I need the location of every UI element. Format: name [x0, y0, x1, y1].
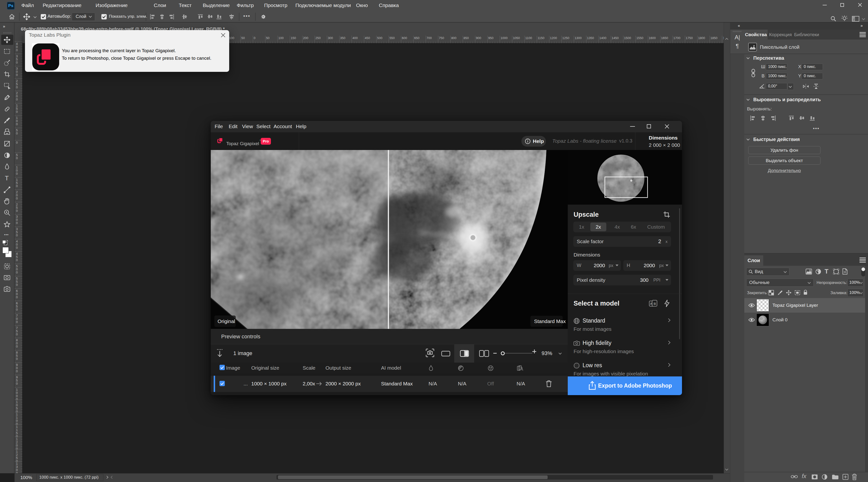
svg-text:1100: 1100: [525, 36, 532, 40]
svg-text:A: A: [650, 302, 652, 306]
svg-text:0: 0: [16, 122, 18, 126]
svg-text:1350: 1350: [587, 36, 594, 40]
svg-text:900: 900: [476, 36, 481, 40]
svg-text:0: 0: [16, 110, 18, 114]
svg-text:0: 0: [16, 85, 18, 89]
svg-text:0: 0: [16, 184, 18, 188]
svg-text:1300: 1300: [575, 36, 582, 40]
svg-text:0: 0: [16, 320, 18, 324]
svg-text:950: 950: [488, 36, 494, 40]
svg-text:1800: 1800: [698, 36, 705, 40]
svg-text:0: 0: [16, 61, 18, 64]
svg-text:550: 550: [390, 36, 395, 40]
svg-text:0: 0: [16, 471, 18, 473]
svg-text:1000: 1000: [501, 36, 507, 40]
svg-text:1050: 1050: [513, 36, 520, 40]
svg-text:750: 750: [439, 36, 444, 40]
svg-text:0: 0: [16, 97, 18, 101]
svg-text:1550: 1550: [637, 36, 644, 40]
svg-text:250: 250: [315, 36, 321, 40]
svg-text:1850: 1850: [710, 36, 717, 40]
svg-text:850: 850: [463, 36, 469, 40]
svg-text:1700: 1700: [674, 36, 681, 40]
svg-text:0: 0: [16, 233, 18, 237]
svg-text:0: 0: [16, 382, 18, 386]
svg-text:0: 0: [16, 357, 18, 361]
svg-text:0: 0: [254, 36, 255, 40]
svg-text:0: 0: [16, 221, 18, 225]
svg-text:Standard Max: Standard Max: [534, 318, 566, 324]
svg-text:0: 0: [16, 295, 18, 299]
svg-text:1150: 1150: [538, 36, 545, 40]
svg-text:0: 0: [16, 156, 18, 160]
svg-text:1450: 1450: [612, 36, 619, 40]
svg-text:0: 0: [16, 345, 18, 348]
svg-text:0: 0: [16, 209, 18, 212]
svg-text:0: 0: [16, 141, 18, 144]
svg-text:0: 0: [16, 308, 18, 311]
svg-text:650: 650: [414, 36, 420, 40]
svg-text:T: T: [5, 175, 9, 181]
svg-text:1750: 1750: [686, 36, 693, 40]
svg-text:350: 350: [340, 36, 345, 40]
svg-text:0: 0: [16, 48, 18, 52]
svg-text:50: 50: [266, 36, 270, 40]
svg-text:300: 300: [328, 36, 333, 40]
svg-text:600: 600: [402, 36, 407, 40]
svg-text:0: 0: [16, 73, 18, 77]
svg-text:1650: 1650: [661, 36, 668, 40]
svg-text:0: 0: [16, 246, 18, 250]
svg-text:1500: 1500: [624, 36, 631, 40]
svg-text:50: 50: [241, 36, 245, 40]
svg-text:0: 0: [16, 271, 18, 274]
svg-text:0: 0: [16, 369, 18, 373]
svg-text:800: 800: [451, 36, 457, 40]
svg-text:400: 400: [352, 36, 358, 40]
svg-text:0: 0: [16, 283, 18, 287]
svg-text:700: 700: [427, 36, 432, 40]
svg-text:500: 500: [377, 36, 382, 40]
svg-text:Original: Original: [218, 318, 235, 324]
svg-text:200: 200: [303, 36, 309, 40]
svg-text:1400: 1400: [599, 36, 606, 40]
svg-text:0: 0: [16, 333, 18, 336]
svg-text:450: 450: [365, 36, 370, 40]
svg-text:1250: 1250: [562, 36, 569, 40]
svg-text:0: 0: [16, 197, 18, 200]
svg-text:0: 0: [16, 172, 18, 175]
svg-text:0: 0: [16, 258, 18, 262]
svg-text:1600: 1600: [649, 36, 656, 40]
svg-text:100: 100: [278, 36, 284, 40]
svg-text:1200: 1200: [550, 36, 557, 40]
svg-text:0: 0: [16, 132, 18, 135]
svg-text:B: B: [654, 302, 656, 306]
svg-text:100: 100: [229, 36, 234, 40]
svg-text:150: 150: [291, 36, 296, 40]
